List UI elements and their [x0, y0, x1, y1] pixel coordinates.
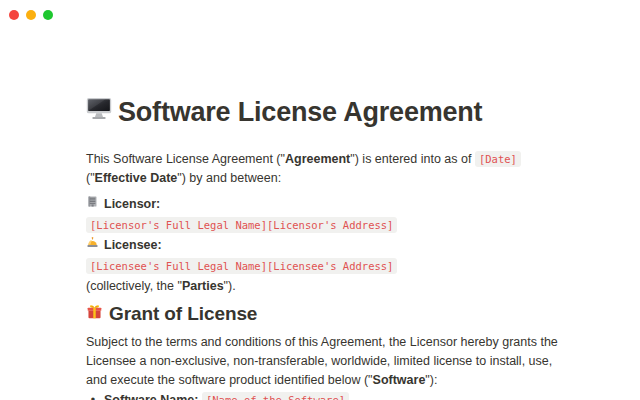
office-building-icon — [86, 195, 99, 213]
intro-bold-agreement: Agreement — [285, 152, 350, 166]
page-title-text: Software License Agreement — [118, 95, 482, 129]
parties-text-2: "). — [224, 279, 236, 293]
desktop-computer-icon — [86, 95, 112, 129]
software-name-placeholder-code: [Name of the Software] — [202, 392, 349, 400]
document: Software License Agreement This Software… — [86, 95, 562, 400]
zoom-button[interactable] — [43, 10, 53, 20]
licensee-placeholder-code: [Licensee's Full Legal Name][Licensee's … — [86, 258, 397, 274]
software-name-content: Software Name: [Name of the Software] — [104, 391, 349, 400]
minimize-button[interactable] — [26, 10, 36, 20]
intro-paragraph: This Software License Agreement ("Agreem… — [86, 150, 562, 188]
grant-text-1: Subject to the terms and conditions of t… — [86, 335, 558, 387]
bellhop-bell-icon — [86, 236, 99, 254]
software-name-label: Software Name: — [104, 393, 198, 400]
intro-bold-effective-date: Effective Date — [95, 171, 178, 185]
intro-text-2: ") is entered into as of — [350, 152, 475, 166]
licensee-line: Licensee: — [86, 236, 562, 254]
licensor-placeholder-code: [Licensor's Full Legal Name][Licensor's … — [86, 217, 397, 233]
parties-text-1: (collectively, the " — [86, 279, 182, 293]
window-controls — [9, 10, 53, 20]
section-heading-grant-of-license: Grant of License — [86, 302, 562, 326]
grant-paragraph: Subject to the terms and conditions of t… — [86, 333, 562, 390]
intro-text-4: ") by and between: — [177, 171, 281, 185]
bullet-icon: • — [88, 391, 98, 400]
page-title: Software License Agreement — [86, 95, 562, 129]
licensor-code-line: [Licensor's Full Legal Name][Licensor's … — [86, 214, 562, 233]
licensor-label: Licensor: — [104, 196, 160, 213]
date-placeholder-code: [Date] — [475, 151, 521, 167]
licensee-label: Licensee: — [104, 237, 162, 254]
parties-line: (collectively, the "Parties"). — [86, 278, 562, 295]
licensee-code-line: [Licensee's Full Legal Name][Licensee's … — [86, 255, 562, 274]
grant-bold-software: Software — [373, 373, 426, 387]
parties-bold: Parties — [182, 279, 224, 293]
notion-document-window: { "colors": { "text": "#37352F", "code_t… — [0, 0, 640, 400]
software-name-list-item: • Software Name: [Name of the Software] — [86, 391, 562, 400]
close-button[interactable] — [9, 10, 19, 20]
section-heading-text: Grant of License — [109, 302, 257, 326]
intro-text-1: This Software License Agreement (" — [86, 152, 285, 166]
licensor-line: Licensor: — [86, 195, 562, 213]
gift-icon — [86, 302, 103, 326]
grant-text-2: "): — [425, 373, 437, 387]
intro-text-3: (" — [86, 171, 95, 185]
